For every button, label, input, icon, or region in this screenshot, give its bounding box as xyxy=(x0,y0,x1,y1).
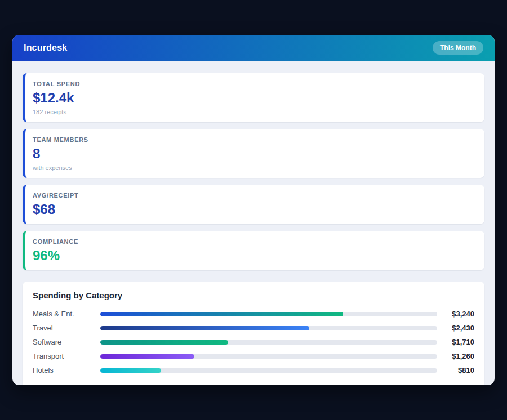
dashboard-panel: Incurdesk This Month TOTAL SPEND $12.4k … xyxy=(12,35,495,385)
category-row-transport: Transport $1,260 xyxy=(33,349,474,363)
category-row-software: Software $1,710 xyxy=(33,335,474,349)
stat-card-avg-receipt: AVG/RECEIPT $68 xyxy=(23,185,484,224)
stat-label: TOTAL SPEND xyxy=(33,81,474,87)
category-label: Software xyxy=(33,338,100,346)
category-value: $1,260 xyxy=(437,352,474,360)
bar-fill-travel xyxy=(100,326,309,330)
stat-card-team-members: TEAM MEMBERS 8 with expenses xyxy=(23,129,484,178)
stat-label: AVG/RECEIPT xyxy=(33,192,474,199)
chart-title: Spending by Category xyxy=(33,291,474,300)
stat-card-compliance: COMPLIANCE 96% xyxy=(23,231,484,270)
bar-track xyxy=(100,326,437,330)
category-value: $810 xyxy=(437,366,474,374)
category-value: $3,240 xyxy=(437,310,474,318)
stat-value: $12.4k xyxy=(33,90,474,106)
period-badge[interactable]: This Month xyxy=(433,41,483,55)
category-row-meals: Meals & Ent. $3,240 xyxy=(33,307,474,321)
bar-track xyxy=(100,312,437,316)
bar-fill-meals xyxy=(100,312,343,316)
dashboard-content: TOTAL SPEND $12.4k 182 receipts TEAM MEM… xyxy=(12,61,495,385)
page-background: { "header": { "title": "Incurdesk", "bad… xyxy=(0,0,507,420)
stat-value: $68 xyxy=(33,202,474,217)
bar-fill-hotels xyxy=(100,368,161,373)
category-label: Meals & Ent. xyxy=(33,310,100,318)
bar-track xyxy=(100,368,437,373)
category-row-hotels: Hotels $810 xyxy=(33,363,474,377)
bar-track xyxy=(100,354,437,359)
category-label: Transport xyxy=(33,352,100,360)
stat-value: 8 xyxy=(33,146,474,162)
category-label: Travel xyxy=(33,324,100,332)
app-title: Incurdesk xyxy=(24,43,67,53)
category-value: $1,710 xyxy=(437,338,474,346)
stat-value: 96% xyxy=(33,248,474,263)
category-label: Hotels xyxy=(33,366,100,374)
stat-label: TEAM MEMBERS xyxy=(33,136,474,143)
spending-by-category-card: Spending by Category Meals & Ent. $3,240… xyxy=(23,282,484,385)
stat-subtext: 182 receipts xyxy=(33,109,474,115)
stat-subtext: with expenses xyxy=(33,164,474,171)
bar-fill-software xyxy=(100,340,228,345)
stat-label: COMPLIANCE xyxy=(33,238,474,245)
category-value: $2,430 xyxy=(437,324,474,332)
stat-card-total-spend: TOTAL SPEND $12.4k 182 receipts xyxy=(23,73,484,122)
bar-track xyxy=(100,340,437,345)
bar-fill-transport xyxy=(100,354,194,359)
app-header: Incurdesk This Month xyxy=(12,35,495,61)
category-row-travel: Travel $2,430 xyxy=(33,321,474,335)
